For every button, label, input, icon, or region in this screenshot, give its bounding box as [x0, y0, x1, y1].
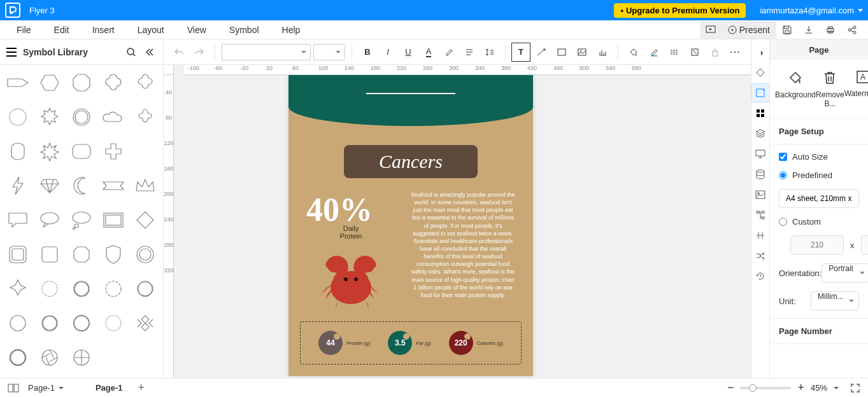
shape-seal-thick[interactable] [69, 310, 94, 336]
dock-align-icon[interactable] [751, 226, 769, 244]
custom-radio[interactable]: Custom [779, 217, 859, 226]
shape-lightning[interactable] [5, 173, 31, 198]
zoom-level[interactable]: 45% [811, 383, 827, 393]
share-icon[interactable] [841, 21, 863, 39]
present-button[interactable]: Present [722, 21, 776, 39]
shape-speech[interactable] [5, 207, 31, 233]
bold-icon[interactable]: B [359, 43, 376, 61]
zoom-out-button[interactable]: − [727, 381, 734, 394]
unit-select[interactable]: Millim... [811, 291, 859, 310]
dock-fill-icon[interactable] [751, 64, 769, 81]
expand-right-icon[interactable]: ›› [751, 43, 769, 61]
connector-icon[interactable] [532, 43, 550, 61]
shape-diamond-quad[interactable] [132, 310, 158, 336]
menu-help[interactable]: Help [271, 22, 312, 38]
line-color-icon[interactable] [645, 43, 663, 61]
remove-bg-tool[interactable]: Remove B... [816, 70, 844, 108]
shape-diamond-gem[interactable] [37, 173, 62, 198]
shape-circle2[interactable] [37, 310, 62, 336]
shape-dash-circle[interactable] [101, 276, 126, 302]
watermark-tool[interactable]: AWatermark [844, 70, 868, 108]
image-icon[interactable] [573, 43, 591, 61]
shape-round-rect[interactable] [69, 139, 94, 164]
page-tab[interactable]: Page-1 [89, 380, 129, 395]
shape-hexagon[interactable] [37, 70, 62, 95]
shape-moon[interactable] [69, 173, 94, 198]
upgrade-button[interactable]: Upgrade to Premium Version [614, 3, 746, 18]
background-tool[interactable]: Background [775, 70, 816, 108]
shape-circle[interactable] [5, 310, 31, 336]
shape-star-frame[interactable] [5, 276, 31, 302]
shape-flower[interactable] [132, 70, 158, 95]
predefined-radio[interactable]: Predefined [779, 171, 859, 180]
line-style-icon[interactable] [665, 43, 683, 61]
shape-frame[interactable] [101, 207, 126, 233]
shape-burst[interactable] [37, 104, 62, 130]
flyer-page[interactable]: Cancers 40% DailyProtein Seafood is amaz… [288, 75, 533, 376]
canvas[interactable]: Cancers 40% DailyProtein Seafood is amaz… [174, 75, 751, 378]
shape-blob[interactable] [5, 139, 31, 164]
font-size-select[interactable] [313, 44, 345, 60]
download-icon[interactable] [798, 21, 820, 39]
zoom-in-button[interactable]: + [797, 381, 804, 394]
shape-sketch-circle[interactable] [132, 276, 158, 302]
dock-tree-icon[interactable] [751, 206, 769, 224]
shape-scribble-circle[interactable] [69, 276, 94, 302]
print-icon[interactable] [820, 21, 841, 39]
library-menu-icon[interactable] [6, 48, 17, 57]
shape-diamond[interactable] [132, 207, 158, 233]
shape-octagon2[interactable] [69, 242, 94, 267]
eyedropper-icon[interactable] [686, 43, 704, 61]
line-spacing-icon[interactable] [481, 43, 499, 61]
undo-icon[interactable] [170, 43, 188, 61]
font-color-icon[interactable]: A [420, 43, 438, 61]
shape-stroke-circle[interactable] [5, 345, 31, 370]
page-selector[interactable]: Page-1 [28, 383, 64, 393]
save-icon[interactable] [776, 21, 798, 39]
shape-circle-double[interactable] [132, 242, 158, 267]
fill-icon[interactable] [625, 43, 643, 61]
shape-arrow[interactable] [5, 70, 31, 95]
dock-random-icon[interactable] [751, 247, 769, 265]
shape-seal6[interactable] [5, 104, 31, 130]
chart-icon[interactable] [594, 43, 611, 61]
collapse-left-icon[interactable] [141, 45, 157, 60]
menu-edit[interactable]: Edit [43, 22, 81, 38]
shape-flower2[interactable] [132, 104, 158, 130]
page-list-icon[interactable] [8, 384, 19, 393]
user-menu[interactable]: iammurtaza4@gmail.com [760, 6, 863, 15]
shape-seal[interactable] [69, 104, 94, 130]
width-input[interactable] [790, 235, 844, 254]
shape-blank[interactable] [132, 139, 158, 164]
shape-star8[interactable] [37, 139, 62, 164]
shape-thought[interactable] [69, 207, 94, 233]
menu-layout[interactable]: Layout [126, 22, 176, 38]
document-title[interactable]: Flyer 3 [29, 6, 55, 15]
dock-layers-icon[interactable] [751, 125, 769, 143]
menu-symbol[interactable]: Symbol [218, 22, 271, 38]
underline-icon[interactable]: U [399, 43, 417, 61]
highlight-icon[interactable] [440, 43, 458, 61]
dock-grid-icon[interactable] [751, 104, 769, 122]
fullscreen-icon[interactable] [850, 383, 860, 393]
shape-octagon[interactable] [69, 70, 94, 95]
present-page-icon[interactable] [700, 21, 722, 39]
shape-bevel[interactable] [5, 242, 31, 267]
shape-ring-dots[interactable] [37, 276, 62, 302]
add-page-button[interactable]: + [138, 381, 145, 394]
shape-speech-round[interactable] [37, 207, 62, 233]
orientation-select[interactable]: Portrait [822, 263, 868, 282]
shape-ribbon[interactable] [101, 173, 126, 198]
app-logo[interactable] [5, 3, 20, 18]
height-input[interactable] [861, 235, 869, 254]
shape-shield[interactable] [101, 242, 126, 267]
dock-present-icon[interactable] [751, 145, 769, 163]
lock-icon[interactable] [706, 43, 724, 61]
shape-rect-icon[interactable] [553, 43, 571, 61]
text-tool-icon[interactable]: T [512, 43, 530, 61]
dock-page-icon[interactable] [751, 84, 769, 102]
shape-cloud[interactable] [101, 104, 126, 130]
font-family-select[interactable] [222, 44, 311, 60]
shape-square[interactable] [37, 242, 62, 267]
menu-insert[interactable]: Insert [81, 22, 126, 38]
